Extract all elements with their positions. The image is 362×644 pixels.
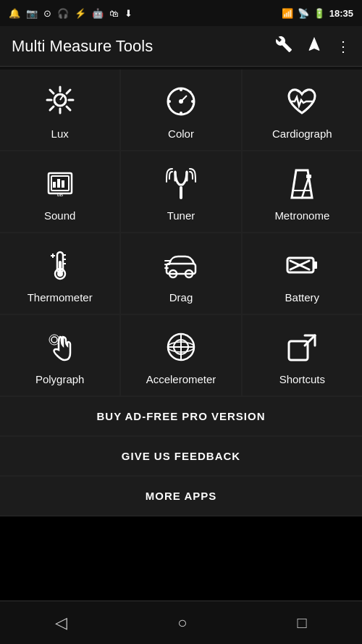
cardiograph-label: Cardiograph	[272, 127, 332, 140]
grid-item-cardiograph[interactable]: Cardiograph	[243, 70, 362, 150]
battery-label: Battery	[285, 291, 320, 304]
more-apps-button[interactable]: MORE APPS	[0, 477, 362, 515]
status-icons-right: 📶 📡 🔋 18:35	[282, 8, 353, 19]
svg-line-30	[302, 176, 309, 198]
svg-rect-22	[53, 182, 56, 188]
shortcuts-icon	[283, 328, 321, 366]
svg-line-8	[50, 106, 54, 110]
color-icon	[162, 83, 200, 120]
photo-icon: 📷	[26, 8, 38, 19]
nav-bar: ◁ ○ □	[0, 601, 362, 644]
alarm-icon: 🔔	[9, 8, 20, 19]
shop-icon: 🛍	[109, 8, 119, 19]
battery-icon: 🔋	[313, 8, 325, 19]
drag-label: Drag	[169, 291, 193, 304]
drag-icon	[162, 246, 200, 284]
grid-item-metronome[interactable]: Metronome	[243, 151, 362, 232]
svg-point-16	[168, 100, 171, 103]
toolbar-actions: ⋮	[275, 35, 350, 57]
android-icon: 🤖	[92, 8, 104, 19]
toolbar: Multi Measure Tools ⋮	[0, 26, 362, 67]
grid-item-drag[interactable]: Drag	[121, 233, 240, 314]
headset-icon: 🎧	[57, 8, 69, 19]
grid-item-sound[interactable]: dB Sound	[0, 151, 119, 232]
svg-rect-23	[57, 179, 60, 188]
tuner-label: Tuner	[167, 209, 195, 222]
accelerometer-icon	[162, 328, 200, 366]
svg-line-5	[50, 90, 54, 93]
home-button[interactable]: ○	[163, 606, 201, 640]
grid-item-battery[interactable]: Battery	[243, 233, 362, 314]
time-display: 18:35	[329, 8, 353, 19]
svg-point-18	[180, 88, 182, 91]
status-icons-left: 🔔 📷 ⊙ 🎧 ⚡ 🤖 🛍 ⬇	[9, 8, 132, 19]
polygraph-label: Polygraph	[35, 373, 85, 385]
more-options-icon[interactable]: ⋮	[336, 38, 350, 55]
direction-icon[interactable]	[306, 35, 323, 57]
tools-grid: Lux Color Cardio	[0, 70, 362, 396]
svg-text:dB: dB	[56, 192, 63, 197]
grid-item-color[interactable]: Color	[121, 70, 240, 150]
svg-rect-42	[167, 264, 195, 274]
grid-item-thermometer[interactable]: Thermometer	[0, 233, 119, 314]
svg-point-19	[180, 112, 182, 114]
grid-item-polygraph[interactable]: Polygraph	[0, 315, 119, 396]
svg-point-17	[191, 100, 194, 103]
download-icon: ⬇	[125, 8, 132, 19]
lux-label: Lux	[51, 127, 69, 140]
signal-icon: 📡	[298, 8, 309, 19]
wifi-icon: 📶	[282, 8, 293, 19]
cardiograph-icon	[283, 83, 321, 120]
svg-line-6	[67, 106, 70, 110]
grid-item-accelerometer[interactable]: Accelerometer	[121, 315, 240, 396]
svg-rect-49	[313, 262, 317, 269]
lux-icon	[41, 83, 79, 120]
sound-label: Sound	[44, 209, 75, 222]
buy-pro-button[interactable]: BUY AD-FREE PRO VERSION	[0, 397, 362, 435]
svg-line-15	[181, 96, 187, 101]
accelerometer-label: Accelerometer	[146, 373, 216, 385]
wrench-icon[interactable]	[275, 35, 292, 57]
svg-rect-24	[62, 180, 64, 188]
app-title: Multi Measure Tools	[12, 37, 275, 56]
svg-line-7	[67, 90, 70, 93]
metronome-icon	[283, 164, 321, 202]
back-button[interactable]: ◁	[41, 606, 82, 640]
svg-line-12	[190, 91, 191, 93]
sound-icon: dB	[41, 164, 79, 202]
thermometer-label: Thermometer	[28, 291, 93, 304]
grid-item-lux[interactable]: Lux	[0, 70, 119, 150]
action-buttons: BUY AD-FREE PRO VERSION GIVE US FEEDBACK…	[0, 396, 362, 517]
svg-line-9	[60, 96, 63, 100]
color-label: Color	[168, 127, 194, 140]
status-bar: 🔔 📷 ⊙ 🎧 ⚡ 🤖 🛍 ⬇ 📶 📡 🔋 18:35	[0, 0, 362, 26]
polygraph-icon	[41, 328, 79, 366]
svg-rect-31	[306, 175, 311, 178]
thermometer-icon	[41, 246, 79, 284]
battery-icon-grid	[283, 246, 321, 284]
svg-point-52	[51, 337, 57, 343]
usb-icon: ⚡	[75, 8, 86, 19]
shortcuts-label: Shortcuts	[279, 373, 325, 385]
grid-item-shortcuts[interactable]: Shortcuts	[243, 315, 362, 396]
recent-button[interactable]: □	[283, 606, 321, 640]
svg-rect-34	[59, 261, 62, 272]
grid-item-tuner[interactable]: Tuner	[121, 151, 240, 232]
tuner-icon	[162, 164, 200, 202]
svg-point-36	[57, 271, 63, 277]
svg-marker-29	[292, 170, 312, 198]
target-icon: ⊙	[43, 8, 51, 19]
metronome-label: Metronome	[274, 209, 329, 222]
svg-rect-26	[180, 186, 182, 199]
feedback-button[interactable]: GIVE US FEEDBACK	[0, 437, 362, 475]
